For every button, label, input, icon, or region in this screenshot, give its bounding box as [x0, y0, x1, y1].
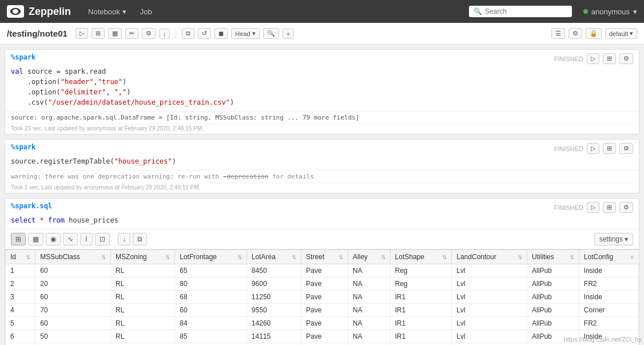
notebook-dropdown-icon: ▾	[122, 7, 126, 16]
tab-pie[interactable]: ◉	[46, 233, 61, 245]
config-button[interactable]: ⚙	[142, 28, 156, 39]
head-button[interactable]: Head ▾	[231, 28, 259, 39]
table-cell: RL	[111, 317, 175, 330]
search-cell-button[interactable]: 🔍	[263, 28, 279, 39]
table-body: 160RL658450PaveNARegLvlAllPubInside220RL…	[6, 264, 639, 346]
sort-landcontour-icon[interactable]: ⇅	[518, 254, 522, 260]
cell-1-run[interactable]: ▷	[587, 53, 599, 64]
sort-lotfrontage-icon[interactable]: ⇅	[237, 254, 242, 260]
cell-3-run[interactable]: ▷	[587, 202, 599, 213]
add-button[interactable]: +	[283, 29, 294, 39]
sort-mssubclass-icon[interactable]: ⇅	[101, 254, 106, 260]
sort-utilities-icon[interactable]: ⇅	[570, 254, 574, 260]
cell-3-status: FINISHED	[554, 204, 583, 211]
run-button[interactable]: ▷	[75, 28, 88, 39]
brand-title: Zeppelin	[29, 6, 71, 18]
table-cell: 4	[6, 304, 35, 317]
table-cell: RL	[111, 291, 175, 304]
cell-2-layout[interactable]: ⊞	[603, 143, 616, 154]
sort-street-icon[interactable]: ⇅	[339, 254, 343, 260]
table-cell: 20	[35, 277, 111, 291]
table-cell: 6	[6, 330, 35, 343]
sort-lotarea-icon[interactable]: ⇅	[292, 254, 296, 260]
cell-2: %spark FINISHED ▷ ⊞ ⚙ source.registerTem…	[5, 139, 639, 193]
table-cell: AllPub	[527, 264, 579, 277]
table-cell: RL	[111, 277, 175, 291]
sort-mszoning-icon[interactable]: ⇅	[165, 254, 170, 260]
breadcrumb-path: /testing/note01	[7, 29, 67, 38]
cell-2-output: warning: there was one deprecation warni…	[5, 170, 639, 183]
table-cell: 60	[175, 304, 247, 317]
table-cell: Inside	[579, 291, 638, 304]
table-toolbar: ⊞ ▦ ◉ ∿ ⌇ ⊡ ↓ ⧉ settings ▾	[5, 229, 639, 249]
watermark: https://blog.csdn.net/ZCl_by	[564, 336, 642, 343]
edit-button[interactable]: ✏	[125, 28, 138, 39]
cell-3-layout[interactable]: ⊞	[603, 202, 616, 213]
sort-alley-icon[interactable]: ⇅	[381, 254, 385, 260]
stop-button[interactable]: ◼	[214, 28, 228, 39]
cell-2-settings[interactable]: ⚙	[619, 143, 633, 154]
cell-3: %spark.sql FINISHED ▷ ⊞ ⚙ select * from …	[5, 198, 639, 345]
col-street: Street⇅	[301, 250, 348, 264]
table-cell: Pave	[301, 291, 348, 304]
tab-table[interactable]: ⊞	[11, 233, 26, 245]
table-cell: RL	[111, 343, 175, 346]
copy-table[interactable]: ⧉	[133, 233, 147, 245]
tab-area[interactable]: ∿	[63, 233, 78, 245]
table-cell: 60	[35, 264, 111, 277]
table-cell: Lvl	[452, 304, 527, 317]
table-cell: 75	[175, 343, 247, 346]
table-row: 160RL658450PaveNARegLvlAllPubInside	[6, 264, 639, 277]
table-cell: 80	[175, 277, 247, 291]
cell-1-settings[interactable]: ⚙	[619, 53, 633, 64]
lock-button[interactable]: 🔒	[586, 28, 602, 39]
loop-button[interactable]: ↺	[198, 28, 211, 39]
table-cell: AllPub	[527, 291, 579, 304]
sort-lotconfig-icon[interactable]: ≡	[631, 254, 634, 260]
default-dropdown-icon: ▾	[630, 30, 633, 37]
col-lotconfig: LotConfig≡	[579, 250, 638, 264]
table-cell: NA	[348, 330, 390, 343]
navbar-nav: Notebook ▾ Job	[82, 5, 158, 18]
notebook-menu[interactable]: Notebook ▾	[82, 5, 132, 18]
sort-id-icon[interactable]: ⇅	[26, 254, 30, 260]
table-cell: 60	[35, 317, 111, 330]
cell-1-controls: FINISHED ▷ ⊞ ⚙	[554, 53, 633, 64]
cell-2-body: source.registerTempTable("house_prices")	[5, 156, 639, 170]
job-menu[interactable]: Job	[134, 5, 158, 18]
table-cell: Corner	[579, 304, 638, 317]
cell-1-layout[interactable]: ⊞	[603, 53, 616, 64]
table-cell: Reg	[390, 277, 452, 291]
head-dropdown-icon: ▾	[252, 30, 256, 37]
table-cell: NA	[348, 264, 390, 277]
cell-3-type: %spark.sql	[11, 202, 52, 210]
breadcrumb-right: ☰ ⚙ 🔒 default ▾	[551, 28, 637, 39]
tab-bar[interactable]: ▦	[28, 233, 43, 245]
search-box[interactable]: 🔍	[469, 6, 572, 17]
cell-3-settings[interactable]: ⚙	[619, 202, 633, 213]
table-button[interactable]: ▦	[108, 28, 122, 39]
download-button[interactable]: ↓	[159, 29, 170, 39]
sort-lotshape-icon[interactable]: ⇅	[442, 254, 447, 260]
col-lotshape: LotShape⇅	[390, 250, 452, 264]
table-row: 220RL809600PaveNARegLvlAllPubFR2	[6, 277, 639, 291]
cell-2-run[interactable]: ▷	[587, 143, 599, 154]
download-table[interactable]: ↓	[118, 233, 130, 245]
table-cell: Inside	[579, 343, 638, 346]
table-settings[interactable]: settings ▾	[594, 233, 633, 245]
search-input[interactable]	[485, 7, 567, 15]
table-cell: Pave	[301, 304, 348, 317]
copy-button[interactable]: ⧉	[182, 28, 194, 39]
settings-button[interactable]: ⚙	[569, 28, 582, 39]
default-button[interactable]: default ▾	[605, 28, 637, 39]
col-alley: Alley⇅	[348, 250, 390, 264]
tab-scatter[interactable]: ⊡	[95, 233, 110, 245]
tab-line[interactable]: ⌇	[80, 233, 93, 245]
user-badge[interactable]: anonymous ▾	[583, 7, 637, 16]
table-cell: NA	[348, 317, 390, 330]
table-cell: NA	[348, 277, 390, 291]
layout-button[interactable]: ⊞	[92, 28, 105, 39]
cell-1-output: source: org.apache.spark.sql.DataFrame =…	[5, 111, 639, 124]
list-button[interactable]: ☰	[551, 28, 565, 39]
table-row: 720RL7510084PaveNARegLvlAllPubInside	[6, 343, 639, 346]
